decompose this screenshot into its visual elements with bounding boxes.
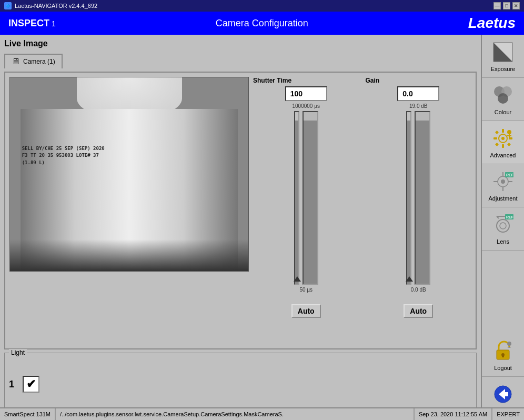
- status-segment-4: EXPERT: [492, 408, 524, 420]
- advanced-icon: [491, 127, 515, 150]
- status-segment-1: SmartSpect 131M: [0, 408, 56, 420]
- status-bar: SmartSpect 131M /../com.laetus.plugins.s…: [0, 407, 524, 420]
- shutter-value[interactable]: 100: [285, 86, 327, 101]
- svg-point-28: [497, 219, 509, 232]
- gain-min-label: 0.0 dB: [411, 287, 426, 293]
- svg-rect-10: [502, 144, 504, 148]
- advanced-button[interactable]: Advanced: [482, 121, 524, 164]
- logout-button[interactable]: Logout: [482, 334, 524, 377]
- lens-label: Lens: [497, 238, 509, 245]
- gain-thick-track[interactable]: [415, 111, 430, 285]
- gain-auto-button[interactable]: Auto: [404, 304, 433, 318]
- camera-line3: (1.89 L): [22, 159, 237, 167]
- gain-auto-label: Auto: [410, 307, 427, 315]
- adjustment-label: Adjustment: [488, 195, 517, 202]
- camera-image-overlay: SELL BY/CHE 25 SEP (SEP) 2020 F3 TT 20 3…: [22, 145, 237, 167]
- gain-thin-track[interactable]: [406, 111, 411, 285]
- lens-icon: REF: [491, 213, 515, 236]
- gain-pointer: [406, 276, 413, 282]
- camera-tab[interactable]: 🖥 Camera (1): [4, 54, 63, 68]
- svg-rect-13: [495, 130, 499, 134]
- image-controls-panel: SELL BY/CHE 25 SEP (SEP) 2020 F3 TT 20 3…: [4, 72, 477, 349]
- shutter-thick-track[interactable]: [303, 111, 318, 285]
- svg-rect-9: [502, 129, 504, 133]
- live-image-display: SELL BY/CHE 25 SEP (SEP) 2020 F3 TT 20 3…: [9, 77, 249, 272]
- svg-point-17: [507, 130, 511, 134]
- svg-rect-41: [504, 392, 508, 396]
- minimize-button[interactable]: —: [493, 2, 501, 9]
- restore-button[interactable]: □: [503, 2, 510, 9]
- status-text-3: Sep 23, 2020 11:12:55 AM: [419, 411, 487, 417]
- live-image-title: Live Image: [4, 39, 477, 48]
- exposure-label: Exposure: [491, 66, 515, 72]
- gain-value[interactable]: 0.0: [397, 86, 439, 101]
- svg-point-38: [507, 342, 511, 346]
- app-icon: 🔷: [4, 2, 12, 9]
- shutter-auto-button[interactable]: Auto: [291, 304, 321, 318]
- svg-point-6: [498, 93, 508, 104]
- light-number: 1: [9, 379, 14, 390]
- app-title: Laetus-NAVIGATOR v2.4.4_692: [15, 3, 97, 9]
- svg-text:REF: REF: [506, 173, 514, 177]
- shutter-pointer: [294, 276, 301, 282]
- slider-controls: Shutter Time 100 1000000 µs: [253, 77, 471, 344]
- advanced-label: Advanced: [490, 152, 516, 158]
- svg-rect-11: [493, 137, 497, 139]
- camera-line1: SELL BY/CHE 25 SEP (SEP) 2020: [22, 145, 237, 153]
- close-button[interactable]: ✕: [512, 2, 520, 9]
- shutter-slider-wrapper[interactable]: [294, 111, 318, 285]
- exposure-button[interactable]: Exposure: [482, 35, 524, 78]
- gain-fill: [407, 121, 410, 284]
- title-bar: 🔷 Laetus-NAVIGATOR v2.4.4_692 — □ ✕: [0, 0, 524, 12]
- sidebar: Exposure Colour: [481, 35, 524, 420]
- svg-point-21: [501, 179, 505, 184]
- shutter-auto-label: Auto: [298, 307, 315, 315]
- light-checkmark: ✔: [26, 377, 36, 391]
- logout-label: Logout: [494, 365, 512, 371]
- back-icon: [491, 383, 515, 406]
- status-segment-2: /../com.laetus.plugins.sensor.lwt.servic…: [56, 408, 415, 420]
- camera-tab-label: Camera (1): [23, 58, 55, 65]
- adjustment-button[interactable]: REF Adjustment: [482, 164, 524, 207]
- svg-text:REF: REF: [506, 215, 514, 219]
- header-bar: INSPECT 1 Camera Configuration Laetus: [0, 12, 524, 35]
- light-checkbox[interactable]: ✔: [23, 376, 39, 393]
- shutter-thin-track[interactable]: [294, 111, 299, 285]
- status-text-4: EXPERT: [497, 411, 520, 417]
- inspect-number: 1: [52, 19, 56, 28]
- colour-icon: [491, 84, 515, 107]
- header-center-title: Camera Configuration: [216, 18, 308, 29]
- shutter-label: Shutter Time: [253, 77, 291, 84]
- inspect-label: INSPECT: [8, 18, 49, 29]
- camera-icon: 🖥: [12, 57, 20, 66]
- adjustment-icon: REF: [491, 170, 515, 193]
- gain-group: Gain 0.0 19.0 dB 0.0 dB: [366, 77, 472, 344]
- header-logo: Laetus: [468, 15, 516, 32]
- shutter-group: Shutter Time 100 1000000 µs: [253, 77, 359, 344]
- svg-point-8: [501, 137, 505, 140]
- svg-rect-15: [495, 142, 499, 146]
- colour-button[interactable]: Colour: [482, 78, 524, 121]
- status-segment-3: Sep 23, 2020 11:12:55 AM: [415, 408, 492, 420]
- shutter-min-label: 50 µs: [299, 287, 313, 293]
- svg-rect-16: [507, 142, 511, 146]
- content-area: Live Image 🖥 Camera (1) SELL: [0, 35, 481, 420]
- exposure-icon: [491, 41, 515, 64]
- shutter-bar-fill: [304, 121, 317, 284]
- status-text-1: SmartSpect 131M: [4, 411, 51, 417]
- shutter-fill: [295, 121, 298, 284]
- colour-label: Colour: [495, 109, 511, 115]
- gain-bar-fill: [416, 121, 429, 284]
- svg-point-29: [500, 223, 506, 229]
- light-label: Light: [9, 349, 27, 356]
- light-section: Light 1 ✔: [4, 353, 477, 416]
- lens-button[interactable]: REF Lens: [482, 207, 524, 251]
- logout-icon: [491, 339, 515, 363]
- gain-max-label: 19.0 dB: [409, 103, 427, 109]
- svg-rect-37: [502, 355, 504, 357]
- gain-slider-wrapper[interactable]: [406, 111, 430, 285]
- camera-line2: F3 TT 20 35 953003 LOTE# 37: [22, 152, 237, 159]
- gain-label: Gain: [366, 77, 380, 84]
- shutter-max-label: 1000000 µs: [293, 103, 320, 109]
- status-text-2: /../com.laetus.plugins.sensor.lwt.servic…: [60, 411, 284, 417]
